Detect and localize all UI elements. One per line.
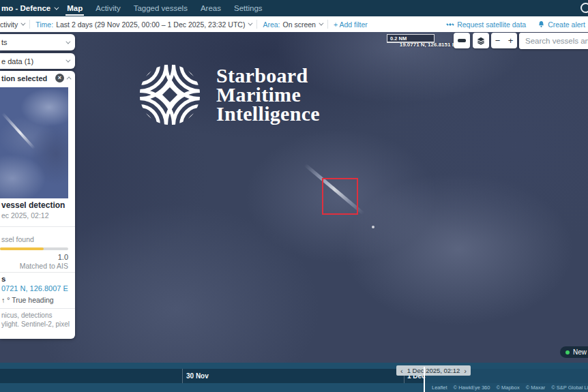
detection-panel: tion selected × vessel detection ec 2025…	[0, 71, 75, 339]
divider	[29, 20, 30, 29]
chevron-down-icon	[248, 21, 253, 26]
satellite-icon	[446, 20, 454, 29]
new-detections-label: New d	[573, 348, 588, 356]
divider	[327, 20, 328, 29]
tab-tagged-vessels[interactable]: Tagged vessels	[134, 0, 188, 16]
search-input[interactable]	[519, 33, 588, 49]
category-filter[interactable]: ctivity	[0, 20, 24, 29]
timeline-date-30nov: 30 Nov	[186, 369, 209, 383]
category-filter-label: ctivity	[0, 20, 18, 29]
account-icon[interactable]	[580, 3, 588, 13]
detection-thumbnail	[0, 87, 68, 198]
request-satellite-data-label: Request satellite data	[457, 20, 526, 29]
chevron-up-icon[interactable]	[67, 76, 72, 81]
heading-arrow-icon: ↑	[1, 296, 5, 304]
confidence-slider[interactable]	[0, 247, 68, 250]
divider	[256, 20, 257, 29]
chevron-down-icon	[55, 5, 59, 10]
filter-bar: ctivity Time: Last 2 days (29 Nov 2025, …	[0, 16, 588, 32]
green-dot-icon	[565, 350, 570, 355]
detection-bounding-box[interactable]	[322, 178, 358, 215]
time-filter[interactable]: Time: Last 2 days (29 Nov 2025, 00:00 – …	[35, 20, 251, 29]
chevron-down-icon	[319, 21, 323, 26]
attribution-leaflet[interactable]: Leaflet	[432, 385, 447, 391]
time-filter-value: Last 2 days (29 Nov 2025, 00:00 – 1 Dec …	[56, 20, 245, 29]
layers-button[interactable]	[473, 33, 489, 48]
chip-prev-arrow[interactable]: ‹	[400, 367, 403, 375]
panel-alerts-collapsed[interactable]: ts	[0, 34, 75, 50]
bell-icon	[538, 20, 545, 28]
divider	[0, 226, 75, 227]
create-alert-button[interactable]: Create alert	[538, 20, 585, 29]
panel-alerts-label: ts	[1, 38, 8, 46]
create-alert-label: Create alert	[548, 20, 585, 29]
starboard-watermark: Starboard Maritime Intelligence	[138, 59, 320, 130]
confidence-right-label: Matched to AIS	[0, 262, 68, 270]
chip-time-label: 1 Dec 2025, 02:12	[407, 367, 460, 374]
source-line-2: ylight. Sentinel-2, pixel	[1, 320, 70, 328]
top-nav: mo - Defence Map Activity Tagged vessels…	[0, 0, 588, 16]
zoom-out-button[interactable]: −	[491, 33, 504, 48]
detection-coordinates-link[interactable]: 0721 N, 126.8007 E	[1, 284, 68, 292]
timeline-time-chip[interactable]: ‹ 1 Dec 2025, 02:12 ›	[396, 365, 471, 376]
request-satellite-data-button[interactable]: Request satellite data	[446, 20, 526, 29]
time-filter-key: Time:	[35, 20, 53, 29]
tab-areas[interactable]: Areas	[201, 0, 221, 16]
attribution-hawkeye[interactable]: © HawkEye 360	[454, 385, 490, 391]
confidence-value: 1.0	[0, 253, 68, 261]
confidence-left-label: ssel found	[1, 235, 34, 243]
search-box	[519, 33, 588, 49]
timeline-playhead[interactable]	[424, 367, 425, 392]
layers-icon	[476, 36, 486, 46]
horizontal-bar-icon	[458, 39, 466, 42]
chevron-down-icon	[21, 21, 26, 26]
attribution-mapbox[interactable]: © Mapbox	[496, 385, 519, 391]
area-filter-value: On screen	[283, 20, 316, 29]
thumbnail-wake-streak	[1, 112, 35, 150]
tab-activity[interactable]: Activity	[95, 0, 120, 16]
workspace-switcher[interactable]: mo - Defence	[1, 4, 57, 12]
new-detections-button[interactable]: New d	[560, 346, 588, 358]
starboard-logo-icon	[138, 59, 201, 130]
details-header: s	[1, 275, 5, 283]
timeline-bar[interactable]: 30 Nov 1 Dec ‹ 1 Dec 2025, 02:12 ›	[0, 369, 588, 383]
collapse-controls-button[interactable]	[454, 33, 470, 48]
panel-satellite-data-label: e data (1)	[1, 57, 33, 65]
area-filter[interactable]: Area: On screen	[263, 20, 322, 29]
detection-title: vessel detection	[1, 200, 65, 210]
timeline-tick	[182, 369, 183, 383]
heading-value: ° True heading	[7, 296, 53, 304]
attribution-sp-global[interactable]: © S&P Global Limited	[551, 385, 588, 391]
heading-row: ↑ ° True heading	[1, 296, 54, 304]
attribution-maxar[interactable]: © Maxar	[526, 385, 545, 391]
cursor-coordinates: 19.0771 N, 126.8151 E	[386, 42, 456, 48]
divider	[0, 272, 75, 273]
add-filter-button[interactable]: + Add filter	[334, 20, 368, 29]
source-line-1: nicus, detections	[1, 312, 53, 319]
workspace-name: mo - Defence	[1, 4, 50, 12]
chevron-down-icon[interactable]	[65, 58, 70, 63]
chip-next-arrow[interactable]: ›	[464, 367, 467, 375]
map-canvas[interactable]: Starboard Maritime Intelligence	[0, 16, 588, 392]
close-icon[interactable]: ×	[55, 74, 64, 82]
panel-satellite-data-collapsed[interactable]: e data (1)	[0, 53, 75, 69]
tab-map[interactable]: Map	[67, 0, 83, 16]
zoom-control: − +	[491, 33, 517, 48]
area-filter-key: Area:	[263, 20, 280, 29]
tab-settings[interactable]: Settings	[234, 0, 263, 16]
small-vessel-dot	[372, 226, 374, 228]
detection-timestamp: ec 2025, 02:12	[1, 211, 48, 220]
detection-panel-title: tion selected	[1, 74, 47, 82]
chevron-down-icon[interactable]	[65, 39, 70, 44]
zoom-in-button[interactable]: +	[504, 33, 517, 48]
confidence-slider-fill	[0, 247, 44, 250]
divider	[0, 308, 75, 309]
timeline: 30 Nov 1 Dec ‹ 1 Dec 2025, 02:12 › Leafl…	[0, 363, 588, 392]
starboard-logo-text: Starboard Maritime Intelligence	[216, 66, 320, 123]
map-attribution: Leaflet © HawkEye 360 © Mapbox © Maxar ©…	[432, 383, 588, 392]
